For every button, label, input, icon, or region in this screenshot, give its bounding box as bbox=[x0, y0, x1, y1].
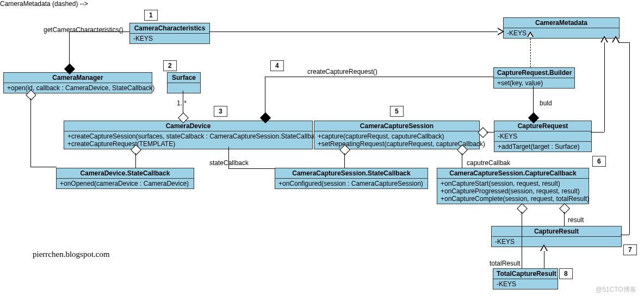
class-title: CameraCaptureSession.CaptureCallback bbox=[437, 168, 589, 179]
line bbox=[591, 132, 604, 133]
label-capture-callback: caputreCallbak bbox=[467, 159, 510, 167]
class-surface: Surface bbox=[167, 72, 201, 93]
note-1: 1 bbox=[144, 10, 158, 21]
methods: +capture(captureRequst, caputureCallback… bbox=[314, 131, 479, 149]
note-text: 4 bbox=[275, 62, 279, 70]
method: +open(id, callback : CameraDevice, State… bbox=[4, 83, 152, 93]
method: +set(key, value) bbox=[494, 78, 574, 88]
class-title: CaptureRequest bbox=[494, 121, 591, 131]
line bbox=[618, 42, 629, 43]
method: +createCaptureRequest(TEMPLATE) bbox=[67, 140, 309, 148]
line bbox=[69, 32, 70, 66]
empty-section bbox=[168, 83, 200, 93]
aggregation-diamond bbox=[517, 203, 528, 214]
class-title: TotalCaptureResult bbox=[493, 269, 558, 279]
class-title: CameraDevice.StateCallback bbox=[57, 168, 194, 179]
note-4: 4 bbox=[270, 60, 284, 71]
class-title: CameraManager bbox=[4, 73, 152, 83]
line bbox=[604, 42, 605, 132]
line bbox=[486, 132, 494, 133]
methods: +createCaptureSession(surfaces, stateCal… bbox=[64, 131, 312, 149]
note-8: 8 bbox=[559, 268, 573, 279]
note-5: 5 bbox=[390, 106, 404, 117]
method: +createCaptureSession(surfaces, stateCal… bbox=[67, 133, 309, 140]
class-camera-characteristics: CameraCharacteristics -KEYS bbox=[129, 23, 210, 44]
method: +onCaptureProgressed(session, request, r… bbox=[441, 187, 585, 195]
generalization-arrow bbox=[612, 36, 620, 42]
line bbox=[135, 153, 136, 168]
line bbox=[629, 42, 630, 235]
line bbox=[621, 235, 629, 235]
label-statecallback: stateCallback bbox=[209, 159, 249, 167]
line bbox=[30, 98, 31, 167]
note-text: 5 bbox=[395, 108, 399, 115]
class-capture-request-builder: CaptureRequest.Builder +set(key, value) bbox=[493, 67, 575, 89]
note-text: 1 bbox=[149, 11, 153, 19]
class-title: Surface bbox=[168, 73, 200, 83]
attribute: -KEYS bbox=[130, 34, 209, 43]
attribute: -KEYS bbox=[492, 237, 621, 247]
generalization-arrow bbox=[498, 28, 504, 35]
class-camera-device-statecallback: CameraDevice.StateCallback +onOpened(cam… bbox=[56, 168, 194, 189]
method: +onOpened(cameraDevice : CameraDevice) bbox=[57, 179, 194, 188]
class-title: CaptureResult bbox=[492, 226, 621, 237]
class-ccs-capturecallback: CameraCaptureSession.CaptureCallback +on… bbox=[437, 168, 589, 204]
note-text: 6 bbox=[597, 158, 601, 165]
generalization-arrow bbox=[600, 36, 608, 42]
method: +addTarget(target : Surface) bbox=[494, 142, 591, 152]
label-get-camera-characteristics: getCameraCharacteristics() bbox=[44, 26, 123, 34]
line bbox=[564, 212, 565, 226]
note-2: 2 bbox=[163, 60, 177, 71]
label-total-result: totalResult bbox=[490, 260, 521, 267]
class-total-capture-result: TotalCaptureResult -KEYS bbox=[493, 268, 558, 289]
watermark: @51CTO博客 bbox=[596, 285, 636, 294]
dependency-arrow bbox=[527, 32, 534, 37]
method: +setRepeatingRequest(captureRequest, cap… bbox=[318, 140, 476, 148]
note-text: 2 bbox=[168, 62, 172, 70]
note-7: 7 bbox=[623, 244, 637, 255]
line bbox=[544, 251, 544, 268]
line bbox=[265, 77, 493, 77]
note-text: 7 bbox=[628, 246, 632, 254]
class-ccs-statecallback: CameraCaptureSession.StateCallback +onCo… bbox=[275, 168, 428, 189]
class-capture-request: CaptureRequest -KEYS +addTarget(target :… bbox=[494, 121, 592, 152]
method: +onConfigured(session : CameraCaptureSes… bbox=[275, 179, 428, 188]
label-multiplicity: 1..* bbox=[177, 99, 187, 107]
uml-canvas: CameraManager +open(id, callback : Camer… bbox=[0, 0, 644, 296]
class-title: CameraCharacteristics bbox=[130, 23, 209, 34]
credit-text: pierrchen.blogspot.com bbox=[33, 250, 110, 259]
class-camera-capture-session: CameraCaptureSession +capture(captureReq… bbox=[314, 121, 480, 149]
line bbox=[228, 168, 275, 169]
class-title: CaptureRequest.Builder bbox=[494, 68, 574, 78]
label-create-capture-request: createCaptureRequest() bbox=[307, 68, 377, 75]
method: +onCaptureComplete(session, request, tot… bbox=[441, 195, 585, 203]
line bbox=[533, 86, 534, 115]
class-camera-manager: CameraManager +open(id, callback : Camer… bbox=[3, 72, 152, 93]
class-camera-device: CameraDevice +createCaptureSession(surfa… bbox=[64, 121, 313, 149]
note-text: 3 bbox=[219, 108, 222, 115]
generalization-arrow bbox=[540, 244, 548, 251]
aggregation-diamond bbox=[559, 203, 570, 214]
methods: +onCaptureStart(session, request, result… bbox=[437, 179, 589, 204]
line bbox=[344, 153, 345, 168]
class-title: CameraCaptureSession bbox=[314, 121, 479, 131]
note-6: 6 bbox=[592, 156, 606, 167]
method: +capture(captureRequst, caputureCallback… bbox=[318, 133, 476, 140]
attribute: -KEYS bbox=[493, 279, 558, 289]
line bbox=[462, 153, 462, 168]
label-buld: buld bbox=[540, 99, 552, 107]
line bbox=[30, 167, 57, 167]
note-3: 3 bbox=[214, 106, 227, 117]
line bbox=[530, 36, 531, 67]
class-title: CameraDevice bbox=[64, 121, 312, 131]
note-text: 8 bbox=[564, 270, 568, 278]
line bbox=[265, 77, 265, 115]
class-title: CameraCaptureSession.StateCallback bbox=[275, 168, 428, 179]
class-capture-result: CaptureResult -KEYS bbox=[491, 226, 622, 247]
class-title: CameraMetadata bbox=[504, 18, 619, 28]
line bbox=[209, 32, 498, 32]
method: +onCaptureStart(session, request, result… bbox=[441, 180, 585, 187]
label-result: result bbox=[568, 216, 584, 224]
attribute: -KEYS bbox=[494, 131, 591, 142]
line bbox=[522, 212, 522, 268]
